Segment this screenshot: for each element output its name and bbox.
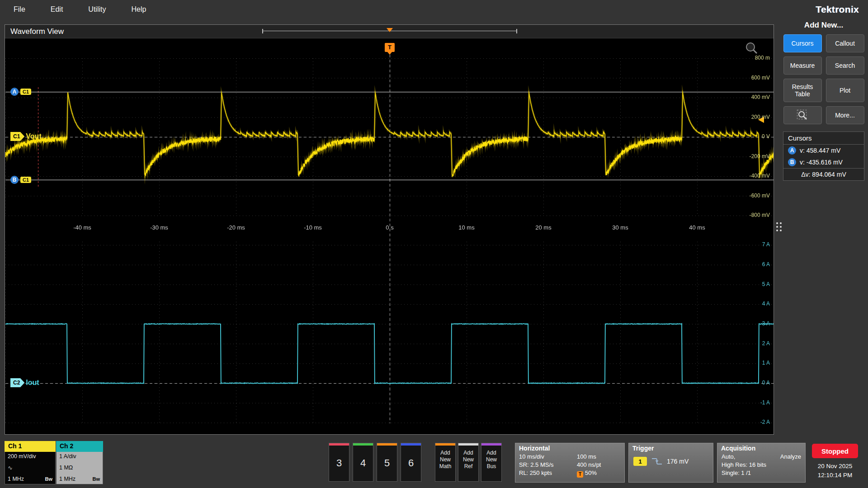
waveform-view-panel: Waveform View T A C1 B C1 C1 Vout C2 Iou… (5, 24, 774, 435)
ch1-scale: 200 mV/div (8, 453, 52, 460)
date-label: 20 Nov 2025 (805, 462, 865, 471)
menu-file[interactable]: File (14, 5, 25, 14)
cursor-a-circle: A (10, 88, 19, 96)
channel-5-color-strip (377, 443, 397, 446)
bus-color-strip (481, 443, 501, 446)
channel-6-color-strip (401, 443, 421, 446)
ch1-chip: C1 (10, 132, 24, 141)
falling-edge-icon (651, 457, 663, 466)
trigger-level-arrow[interactable] (758, 117, 764, 123)
trigger-source-chip: 1 (633, 457, 647, 466)
channel-5-button[interactable]: 5 (377, 443, 397, 482)
tektronix-logo: Tektronix (816, 4, 859, 15)
cursor-a-badge[interactable]: A C1 (10, 88, 31, 96)
horizontal-title: Horizontal (515, 443, 624, 453)
add-new-ref-button[interactable]: Add New Ref (458, 443, 479, 482)
cursor-delta-value: Δv: 894.064 mV (783, 168, 864, 180)
horizontal-record-length: RL: 250 kpts (519, 469, 577, 478)
ch1-badge-block[interactable]: Ch 1 200 mV/div ∿ 1 MHz Bw (5, 441, 56, 484)
trigger-panel[interactable]: Trigger 1 176 mV (628, 443, 713, 483)
channel-4-label: 4 (353, 457, 373, 469)
zoom-tool-icon (797, 109, 808, 121)
acquisition-single: Single: 1 /1 (722, 469, 801, 476)
cursor-b-badge[interactable]: B C1 (10, 176, 31, 184)
cursors-panel-title: Cursors (783, 132, 864, 145)
ch1-trace-name: Vout (26, 132, 41, 141)
ch2-badge-block[interactable]: Ch 2 1 A/div 1 MΩ 1 MHz Bw (56, 441, 103, 484)
zoom-glass-icon[interactable] (744, 41, 759, 57)
ch2-trace-label[interactable]: C2 Iout (10, 378, 39, 387)
horizontal-panel[interactable]: Horizontal 10 ms/div 100 ms SR: 2.5 MS/s… (515, 443, 625, 483)
acquisition-high-res: High Res: 16 bits (722, 461, 801, 468)
cursor-b-readout: B v: -435.616 mV (783, 156, 864, 168)
waveform-view-header: Waveform View (5, 25, 774, 38)
ch2-chip: C2 (10, 378, 24, 387)
menu-edit[interactable]: Edit (51, 5, 63, 14)
channel-3-color-strip (329, 443, 349, 446)
trigger-pos-icon: T (577, 471, 583, 478)
waveform-view-title: Waveform View (10, 27, 64, 36)
ch2-impedance: 1 MΩ (59, 465, 100, 471)
channel-6-label: 6 (401, 457, 421, 469)
ch2-trace-name: Iout (26, 379, 39, 387)
acquisition-title: Acquisition (717, 443, 805, 453)
ref-color-strip (458, 443, 478, 446)
ch1-badge-body: 200 mV/div ∿ 1 MHz Bw (5, 452, 56, 484)
cursor-a-circle: A (788, 146, 796, 155)
horizontal-position: T50% (577, 469, 621, 478)
channel-4-color-strip (353, 443, 373, 446)
add-new-bus-label: Add New Bus (481, 450, 501, 470)
ac-coupling-icon: ∿ (8, 465, 52, 471)
add-new-math-button[interactable]: Add New Math (435, 443, 456, 482)
measure-button[interactable]: Measure (783, 56, 822, 75)
plot-button[interactable]: Plot (826, 79, 864, 102)
cursor-a-readout: A v: 458.447 mV (783, 145, 864, 156)
menu-bar: File Edit Utility Help Tektronix (0, 0, 868, 19)
channel-3-button[interactable]: 3 (329, 443, 349, 482)
results-table-button[interactable]: Results Table (783, 79, 822, 102)
cursor-a-source-chip: C1 (20, 89, 31, 95)
ch2-scale: 1 A/div (59, 453, 100, 460)
ch1-bw-limit-icon: Bw (45, 476, 53, 482)
horizontal-resolution: 400 ns/pt (577, 461, 621, 468)
acquisition-mode: Auto, (722, 453, 735, 460)
ch1-bandwidth: 1 MHz (8, 476, 24, 482)
more-button[interactable]: More... (826, 106, 864, 124)
scope-graticule[interactable] (5, 38, 774, 434)
menu-help[interactable]: Help (131, 5, 146, 14)
add-new-math-label: Add New Math (435, 450, 455, 470)
cursors-results-panel: Cursors A v: 458.447 mV B v: -435.616 mV… (783, 131, 864, 181)
zoom-overview-bar[interactable] (262, 31, 517, 35)
panel-drag-handle[interactable] (776, 222, 782, 231)
acquisition-analyze: Analyze (780, 453, 801, 460)
horizontal-sample-rate: SR: 2.5 MS/s (519, 461, 577, 468)
channel-4-button[interactable]: 4 (353, 443, 373, 482)
trigger-position-marker-icon[interactable] (387, 28, 393, 32)
zoom-tool-button[interactable] (783, 106, 822, 124)
sidebar: Add New... Cursors Callout Measure Searc… (783, 21, 864, 181)
add-new-title: Add New... (783, 21, 864, 30)
add-new-ref-label: Add New Ref (458, 450, 478, 470)
add-new-bus-button[interactable]: Add New Bus (481, 443, 502, 482)
acquisition-panel[interactable]: Acquisition Auto, Analyze High Res: 16 b… (717, 443, 806, 483)
channel-6-button[interactable]: 6 (401, 443, 421, 482)
ch2-badge-title: Ch 2 (56, 441, 103, 452)
trigger-level-value: 176 mV (667, 458, 689, 465)
cursor-b-value: v: -435.616 mV (800, 159, 843, 166)
trigger-flag[interactable]: T (385, 43, 395, 52)
ch2-badge-body: 1 A/div 1 MΩ 1 MHz Bw (56, 452, 103, 484)
ch1-badge-title: Ch 1 (5, 441, 56, 452)
search-button[interactable]: Search (826, 56, 864, 75)
ch1-trace-label[interactable]: C1 Vout (10, 132, 42, 141)
ch2-bandwidth: 1 MHz (59, 476, 75, 482)
cursor-a-value: v: 458.447 mV (800, 147, 840, 154)
menu-utility[interactable]: Utility (88, 5, 106, 14)
trigger-flag-label: T (388, 44, 392, 51)
cursor-b-circle: B (788, 158, 796, 166)
channel-3-label: 3 (329, 457, 349, 469)
ch2-bw-limit-icon: Bw (93, 476, 100, 482)
callout-button[interactable]: Callout (826, 34, 864, 52)
run-stop-status-button[interactable]: Stopped (812, 444, 858, 458)
cursors-button[interactable]: Cursors (783, 34, 822, 52)
horizontal-window: 100 ms (577, 453, 621, 460)
